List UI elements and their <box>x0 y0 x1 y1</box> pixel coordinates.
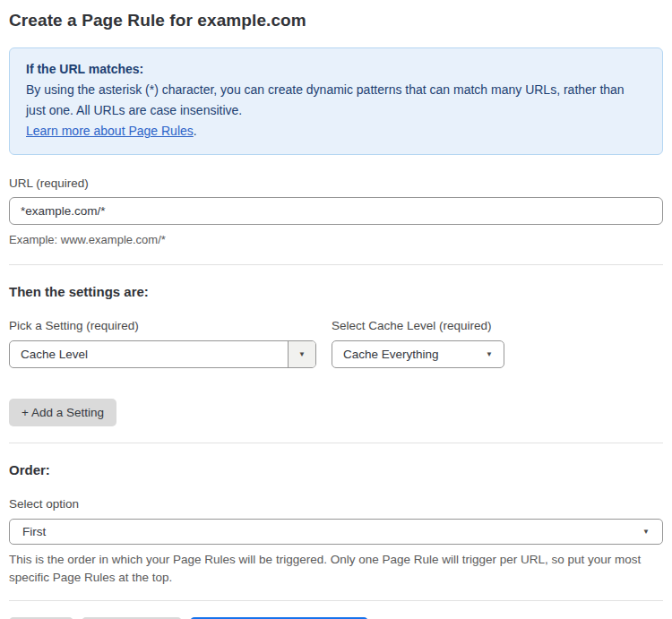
chevron-down-icon: ▼ <box>298 351 306 358</box>
cache-level-dropdown[interactable]: Cache Everything ▼ <box>332 340 504 368</box>
cache-level-column: Select Cache Level (required) Cache Ever… <box>332 299 504 368</box>
learn-more-link[interactable]: Learn more about Page Rules <box>26 124 194 138</box>
settings-section-heading: Then the settings are: <box>9 284 663 299</box>
info-box-body: By using the asterisk (*) character, you… <box>26 80 646 121</box>
section-divider <box>9 264 663 265</box>
link-suffix: . <box>194 124 197 138</box>
section-divider <box>9 443 663 443</box>
pick-setting-value: Cache Level <box>10 348 288 361</box>
dropdown-arrow-box: ▼ <box>288 341 315 367</box>
footer-divider <box>9 600 663 601</box>
chevron-down-icon: ▼ <box>486 351 493 358</box>
order-help-text: This is the order in which your Page Rul… <box>9 551 650 587</box>
settings-row: Pick a Setting (required) Cache Level ▼ … <box>9 299 663 368</box>
chevron-down-icon: ▼ <box>642 529 650 536</box>
info-box-heading: If the URL matches: <box>26 59 646 80</box>
pick-setting-label: Pick a Setting (required) <box>9 319 316 332</box>
url-match-info-box: If the URL matches: By using the asteris… <box>9 47 663 155</box>
add-setting-button[interactable]: + Add a Setting <box>9 399 116 426</box>
url-field-label: URL (required) <box>9 176 663 190</box>
url-example-text: Example: www.example.com/* <box>9 231 663 248</box>
info-box-link-line: Learn more about Page Rules. <box>26 121 646 142</box>
cache-level-label: Select Cache Level (required) <box>332 319 504 332</box>
order-section-heading: Order: <box>9 462 663 477</box>
cache-level-value: Cache Everything <box>343 348 439 361</box>
pick-setting-dropdown[interactable]: Cache Level ▼ <box>9 340 316 368</box>
page-title: Create a Page Rule for example.com <box>9 11 663 30</box>
order-dropdown[interactable]: First ▼ <box>9 519 663 545</box>
page-rule-form: Create a Page Rule for example.com If th… <box>0 11 672 619</box>
pick-setting-column: Pick a Setting (required) Cache Level ▼ <box>9 299 316 368</box>
order-value: First <box>22 525 46 538</box>
url-input[interactable] <box>9 197 663 225</box>
order-select-label: Select option <box>9 497 663 511</box>
